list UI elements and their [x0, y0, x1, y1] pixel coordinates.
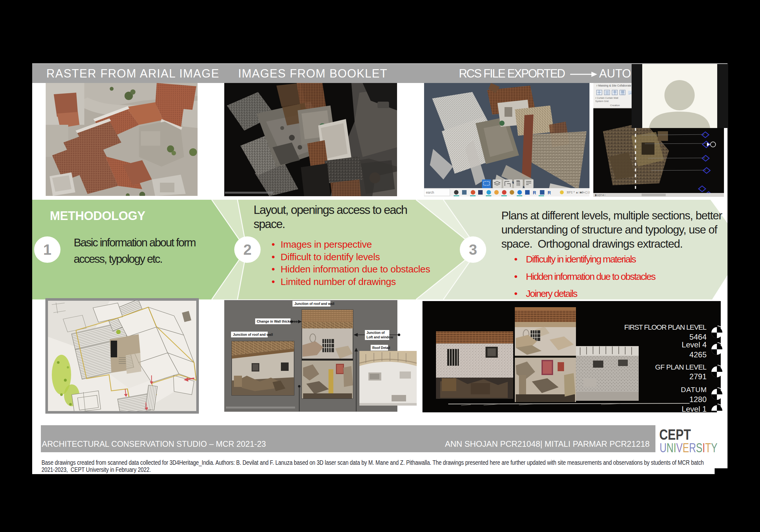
- svg-text:R: R: [533, 190, 536, 195]
- svg-text:R: R: [547, 190, 551, 195]
- svg-text:2791: 2791: [689, 372, 707, 381]
- svg-text:System Grid: System Grid: [595, 100, 608, 103]
- svg-text:Level 4: Level 4: [682, 340, 707, 349]
- svg-text:Loft and window: Loft and window: [366, 335, 394, 339]
- svg-text:DATUM: DATUM: [681, 386, 707, 394]
- svg-text:Junction of: Junction of: [366, 331, 385, 334]
- svg-text:earch: earch: [426, 191, 434, 194]
- svg-text:Roof Detail: Roof Detail: [372, 346, 390, 350]
- svg-text:FIRST FLOOR PLAN LEVEL: FIRST FLOOR PLAN LEVEL: [624, 323, 707, 331]
- svg-text:GF PLAN LEVEL: GF PLAN LEVEL: [655, 363, 707, 371]
- svg-text:Level 1: Level 1: [682, 405, 707, 412]
- svg-text:▮▭▯7:4 ‹: ▮▭▯7:4 ‹: [595, 194, 605, 197]
- svg-text:4265: 4265: [689, 350, 707, 359]
- svg-text:r Curtain Curtain Wall: r Curtain Curtain Wall: [595, 97, 618, 99]
- svg-text:Junction of roof and wall: Junction of roof and wall: [233, 332, 273, 336]
- svg-text:33°C ^ ▲□◙d═▢ 2:43: 33°C ^ ▲□◙d═▢ 2:43: [567, 191, 590, 194]
- svg-text:5464: 5464: [689, 332, 707, 341]
- svg-text:Creation: Creation: [610, 104, 620, 107]
- svg-text:1280: 1280: [689, 395, 707, 404]
- svg-text:Junction of roof and wall: Junction of roof and wall: [294, 302, 334, 306]
